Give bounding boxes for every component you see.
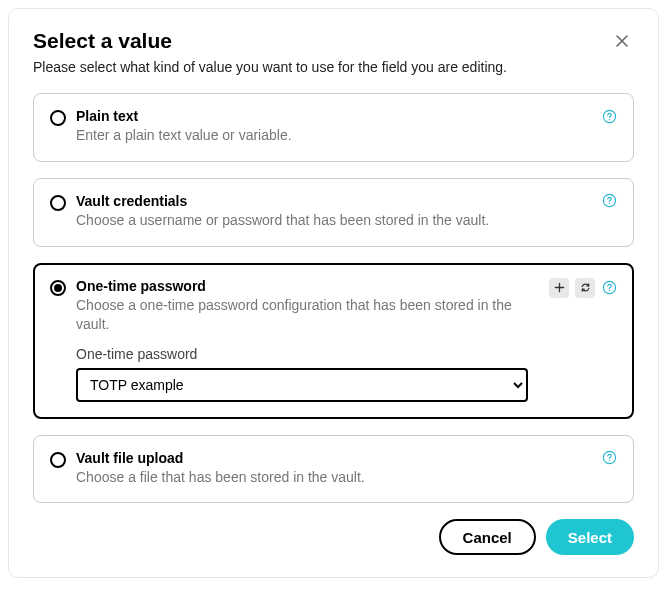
option-description: Choose a one-time password configuration… — [76, 296, 531, 334]
option-head: Vault file upload Choose a file that has… — [50, 450, 617, 487]
option-actions — [601, 108, 617, 124]
option-description: Choose a file that has been stored in th… — [76, 468, 583, 487]
option-text: Plain text Enter a plain text value or v… — [76, 108, 583, 145]
option-title: Vault credentials — [76, 193, 583, 209]
option-title: One-time password — [76, 278, 531, 294]
refresh-button[interactable] — [575, 278, 595, 298]
option-head: Vault credentials Choose a username or p… — [50, 193, 617, 230]
modal-description: Please select what kind of value you wan… — [33, 59, 634, 75]
option-head: One-time password Choose a one-time pass… — [50, 278, 617, 334]
help-icon[interactable] — [601, 450, 617, 466]
otp-config-block: One-time password TOTP example — [76, 346, 617, 402]
refresh-icon — [580, 282, 591, 293]
modal-title: Select a value — [33, 29, 172, 53]
help-icon[interactable] — [601, 108, 617, 124]
option-actions — [601, 193, 617, 209]
radio-plain-text[interactable] — [50, 110, 66, 126]
help-icon[interactable] — [601, 280, 617, 296]
svg-point-1 — [608, 118, 609, 119]
option-one-time-password[interactable]: One-time password Choose a one-time pass… — [33, 263, 634, 419]
option-text: Vault file upload Choose a file that has… — [76, 450, 583, 487]
cancel-button[interactable]: Cancel — [439, 519, 536, 555]
option-title: Plain text — [76, 108, 583, 124]
option-description: Enter a plain text value or variable. — [76, 126, 583, 145]
svg-point-3 — [608, 203, 609, 204]
radio-vault-credentials[interactable] — [50, 195, 66, 211]
select-value-modal: Select a value Please select what kind o… — [8, 8, 659, 578]
add-button[interactable] — [549, 278, 569, 298]
select-button[interactable]: Select — [546, 519, 634, 555]
option-plain-text[interactable]: Plain text Enter a plain text value or v… — [33, 93, 634, 162]
option-actions — [601, 450, 617, 466]
otp-select[interactable]: TOTP example — [76, 368, 528, 402]
plus-icon — [554, 282, 565, 293]
modal-footer: Cancel Select — [33, 519, 634, 555]
close-button[interactable] — [610, 29, 634, 53]
option-description: Choose a username or password that has b… — [76, 211, 583, 230]
option-head: Plain text Enter a plain text value or v… — [50, 108, 617, 145]
svg-point-7 — [608, 460, 609, 461]
close-icon — [614, 33, 630, 49]
help-icon[interactable] — [601, 193, 617, 209]
option-vault-file-upload[interactable]: Vault file upload Choose a file that has… — [33, 435, 634, 504]
option-actions — [549, 278, 617, 298]
option-text: Vault credentials Choose a username or p… — [76, 193, 583, 230]
otp-field-label: One-time password — [76, 346, 617, 362]
option-text: One-time password Choose a one-time pass… — [76, 278, 531, 334]
radio-one-time-password[interactable] — [50, 280, 66, 296]
radio-vault-file-upload[interactable] — [50, 452, 66, 468]
option-title: Vault file upload — [76, 450, 583, 466]
modal-header: Select a value — [33, 29, 634, 53]
option-vault-credentials[interactable]: Vault credentials Choose a username or p… — [33, 178, 634, 247]
svg-point-5 — [608, 290, 609, 291]
